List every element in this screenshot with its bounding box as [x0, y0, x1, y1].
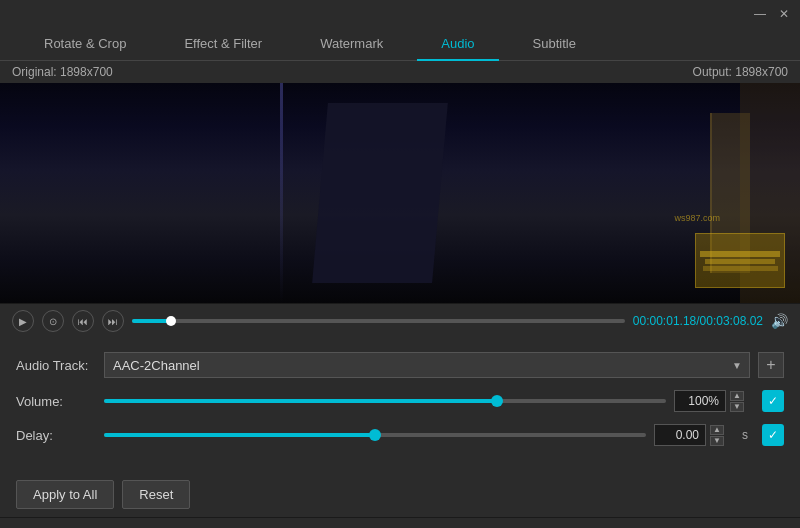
volume-thumb[interactable]	[491, 395, 503, 407]
volume-input-wrap: 100% ▲ ▼	[674, 390, 754, 412]
delay-down-button[interactable]: ▼	[710, 436, 724, 446]
controls-bar: ▶ ⊙ ⏮ ⏭ 00:00:01.18/00:03:08.02 🔊	[0, 303, 800, 338]
video-preview: ws987.com	[0, 83, 800, 303]
output-label: Output: 1898x700	[693, 65, 788, 79]
volume-button[interactable]: 🔊	[771, 313, 788, 329]
delay-up-button[interactable]: ▲	[710, 425, 724, 435]
preview-labels: Original: 1898x700 Output: 1898x700	[0, 61, 800, 83]
track-label: Audio Track:	[16, 358, 96, 373]
reset-button[interactable]: Reset	[122, 480, 190, 509]
time-display: 00:00:01.18/00:03:08.02	[633, 314, 763, 328]
tab-effect-filter[interactable]: Effect & Filter	[160, 28, 286, 61]
volume-slider[interactable]	[104, 399, 666, 403]
audio-track-row: Audio Track: AAC-2Channel ▼ +	[16, 352, 784, 378]
tab-rotate-crop[interactable]: Rotate & Crop	[20, 28, 150, 61]
tab-bar: Rotate & Crop Effect & Filter Watermark …	[0, 28, 800, 61]
progress-bar[interactable]	[132, 319, 625, 323]
delay-row: Delay: 0.00 ▲ ▼ s ✓	[16, 424, 784, 446]
title-bar: — ✕	[0, 0, 800, 28]
next-frame-button[interactable]: ⏭	[102, 310, 124, 332]
volume-fill	[104, 399, 497, 403]
apply-all-button[interactable]: Apply to All	[16, 480, 114, 509]
original-label: Original: 1898x700	[12, 65, 113, 79]
tab-watermark[interactable]: Watermark	[296, 28, 407, 61]
volume-confirm-button[interactable]: ✓	[762, 390, 784, 412]
delay-unit-label: s	[742, 428, 754, 442]
prev-frame-button[interactable]: ⏮	[72, 310, 94, 332]
volume-display[interactable]: 100%	[674, 390, 726, 412]
tab-subtitle[interactable]: Subtitle	[509, 28, 600, 61]
volume-label: Volume:	[16, 394, 96, 409]
add-track-button[interactable]: +	[758, 352, 784, 378]
delay-thumb[interactable]	[369, 429, 381, 441]
current-time: 00:00:01.18	[633, 314, 696, 328]
volume-spinners: ▲ ▼	[730, 391, 744, 412]
volume-down-button[interactable]: ▼	[730, 402, 744, 412]
bottom-actions: Apply to All Reset	[0, 472, 800, 517]
track-select[interactable]: AAC-2Channel	[104, 352, 750, 378]
close-button[interactable]: ✕	[776, 6, 792, 22]
delay-label: Delay:	[16, 428, 96, 443]
minimize-button[interactable]: —	[752, 6, 768, 22]
delay-input-wrap: 0.00 ▲ ▼	[654, 424, 734, 446]
audio-settings-panel: Audio Track: AAC-2Channel ▼ + Volume: 10…	[0, 338, 800, 472]
track-dropdown-wrap: AAC-2Channel ▼	[104, 352, 750, 378]
play-button[interactable]: ▶	[12, 310, 34, 332]
delay-confirm-button[interactable]: ✓	[762, 424, 784, 446]
delay-display[interactable]: 0.00	[654, 424, 706, 446]
stop-button[interactable]: ⊙	[42, 310, 64, 332]
tab-audio[interactable]: Audio	[417, 28, 498, 61]
volume-up-button[interactable]: ▲	[730, 391, 744, 401]
delay-spinners: ▲ ▼	[710, 425, 724, 446]
delay-slider[interactable]	[104, 433, 646, 437]
video-frame: ws987.com	[0, 83, 800, 303]
footer: OK Cancel	[0, 517, 800, 528]
total-time: 00:03:08.02	[700, 314, 763, 328]
progress-thumb[interactable]	[166, 316, 176, 326]
volume-row: Volume: 100% ▲ ▼ ✓	[16, 390, 784, 412]
delay-fill	[104, 433, 375, 437]
